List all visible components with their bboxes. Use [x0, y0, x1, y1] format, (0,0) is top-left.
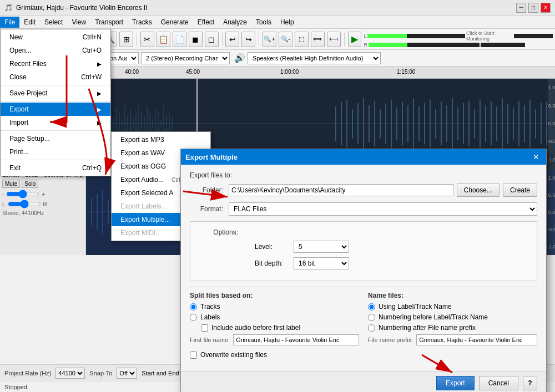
redo-btn[interactable]: ↪ [241, 32, 255, 47]
track2-minus: - [2, 191, 4, 197]
dialog-divider [190, 287, 537, 287]
split-labels-radio[interactable] [190, 314, 197, 321]
menu-save-project[interactable]: Save Project ▶ [1, 86, 110, 100]
project-rate-select[interactable]: 44100 [56, 368, 85, 379]
file-menu-dropdown: New Ctrl+N Open... Ctrl+O Recent Files ▶… [0, 29, 111, 176]
menu-page-setup[interactable]: Page Setup... [1, 132, 110, 145]
maximize-button[interactable]: □ [528, 3, 538, 13]
menu-sep4 [1, 160, 110, 160]
cancel-btn[interactable]: Cancel [479, 376, 518, 390]
menu-generate[interactable]: Generate [157, 17, 193, 28]
track2-pan-slider[interactable] [8, 200, 41, 208]
export-btn[interactable]: Export [436, 376, 475, 390]
level-select[interactable]: 5 01234 678 [294, 241, 349, 253]
split-tracks-row: Tracks [190, 303, 359, 310]
menu-tools[interactable]: Tools [251, 17, 276, 28]
split-labels-label: Labels [200, 313, 220, 321]
menubar: File Edit Select View Transport Tracks G… [0, 16, 555, 29]
zoom-sel-btn[interactable]: ⬚ [295, 32, 309, 47]
menu-exit[interactable]: Exit Ctrl+Q [1, 161, 110, 175]
name-after-radio[interactable] [368, 324, 375, 332]
paste-btn[interactable]: 📄 [173, 32, 186, 47]
menu-new[interactable]: New Ctrl+N [1, 30, 110, 44]
zoom-in-btn[interactable]: 🔍+ [263, 32, 276, 47]
menu-recent-files[interactable]: Recent Files ▶ [1, 57, 110, 70]
menu-sep3 [1, 130, 110, 131]
menu-view[interactable]: View [67, 17, 90, 28]
minimize-button[interactable]: ─ [516, 3, 526, 13]
menu-select[interactable]: Select [40, 17, 67, 28]
bitdepth-select[interactable]: 16 bit 24 bit [294, 257, 349, 269]
menu-print[interactable]: Print... [1, 145, 110, 159]
track2-gain-slider[interactable] [6, 190, 39, 198]
close-button[interactable]: ✕ [541, 3, 551, 13]
snap-to-label: Snap-To [89, 370, 112, 376]
status-text: Stopped. [4, 384, 29, 390]
menu-close[interactable]: Close Ctrl+W [1, 70, 110, 84]
sep5 [344, 33, 345, 46]
play-btn[interactable]: ▶ [348, 32, 362, 47]
menu-open[interactable]: Open... Ctrl+O [1, 44, 110, 57]
menu-export[interactable]: Export ▶ [1, 103, 110, 116]
first-file-row: First file name: [190, 334, 359, 345]
choose-btn[interactable]: Choose... [457, 184, 500, 197]
split-tracks-radio[interactable] [190, 303, 197, 310]
sep4 [259, 33, 259, 46]
track2-R: R [43, 201, 47, 207]
menu-tracks[interactable]: Tracks [128, 17, 157, 28]
format-select[interactable]: FLAC Files WAV Files MP3 Files OGG Vorbi… [229, 202, 537, 216]
menu-analyze[interactable]: Analyze [219, 17, 251, 28]
zoom-out-btn[interactable]: 🔍- [279, 32, 292, 47]
dialog-close-btn[interactable]: ✕ [531, 151, 542, 162]
folder-label: Folder: [190, 186, 229, 194]
first-file-label: First file name: [190, 337, 230, 343]
name-before-radio[interactable] [368, 314, 375, 321]
multi-tool[interactable]: ⊞ [119, 32, 133, 47]
split-labels-row: Labels [190, 313, 359, 321]
first-file-input[interactable] [233, 334, 359, 345]
name-label-label: Using Label/Track Name [379, 303, 452, 310]
name-after-label: Numbering after File name prefix [379, 324, 476, 332]
name-label-radio[interactable] [368, 303, 375, 310]
zoom-fit-v-btn[interactable]: ⟻ [327, 32, 341, 47]
bitdepth-label: Bit depth: [255, 259, 294, 267]
create-btn[interactable]: Create [503, 184, 537, 197]
help-btn[interactable]: ? [523, 376, 537, 390]
snap-to-select[interactable]: Off [117, 368, 137, 379]
track2-mute-btn[interactable]: Mute [2, 180, 20, 188]
prefix-input[interactable] [416, 334, 537, 345]
cut-btn[interactable]: ✂ [140, 32, 154, 47]
menu-effect[interactable]: Effect [193, 17, 219, 28]
speaker-icon: 🔊 [234, 53, 245, 63]
copy-btn[interactable]: 📋 [157, 32, 170, 47]
menu-help[interactable]: Help [276, 17, 299, 28]
export-mp3[interactable]: Export as MP3 [112, 133, 210, 146]
export-multiple-dialog[interactable]: Export Multiple ✕ Export files to: Folde… [180, 149, 547, 392]
file-menu-panel: New Ctrl+N Open... Ctrl+O Recent Files ▶… [0, 29, 111, 176]
menu-edit[interactable]: Edit [19, 17, 40, 28]
trim-btn[interactable]: ◼ [189, 32, 203, 47]
prefix-label: File name prefix: [368, 337, 413, 343]
app-icon: 🎵 [4, 4, 13, 12]
folder-input[interactable] [229, 184, 453, 196]
track2-solo-btn[interactable]: Solo [22, 180, 38, 188]
undo-btn[interactable]: ↩ [225, 32, 239, 47]
track2-L: L [2, 201, 6, 207]
menu-import[interactable]: Import ▶ [1, 116, 110, 129]
channel-select[interactable]: 2 (Stereo) Recording Chann [141, 52, 230, 64]
ruler-mark-4: 1:15:00 [397, 69, 415, 75]
zoom-fit-btn[interactable]: ⟺ [311, 32, 325, 47]
include-audio-checkbox[interactable] [201, 324, 208, 332]
overwrite-checkbox[interactable] [190, 352, 197, 359]
level-row: Level: 5 01234 678 [199, 241, 528, 253]
format-label: Format: [190, 205, 229, 213]
silence-btn[interactable]: ◻ [205, 32, 219, 47]
menu-file[interactable]: File [0, 17, 19, 28]
dialog-title: Export Multiple [185, 153, 238, 161]
split-tracks-label: Tracks [200, 303, 220, 310]
track2-plus: + [42, 191, 45, 197]
name-col: Name files: Using Label/Track Name Numbe… [368, 292, 537, 345]
menu-transport[interactable]: Transport [90, 17, 128, 28]
titlebar: 🎵 Grimiaux, Hajdu - Favourite Violin Enc… [0, 0, 555, 16]
output-device-select[interactable]: Speakers (Realtek High Definition Audio) [248, 52, 381, 64]
